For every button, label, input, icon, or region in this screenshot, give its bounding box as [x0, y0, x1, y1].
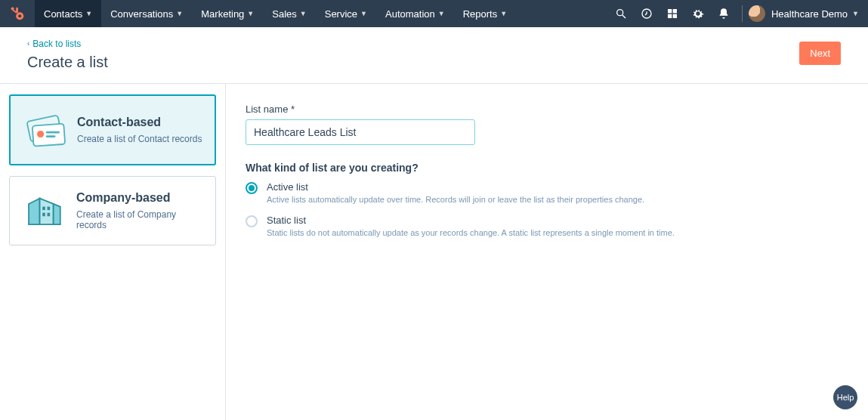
nav-label: Automation [385, 8, 435, 20]
basis-card-desc: Create a list of Contact records [77, 134, 202, 144]
marketplace-icon[interactable] [666, 8, 678, 20]
chevron-down-icon: ▼ [438, 10, 445, 17]
svg-rect-16 [46, 135, 56, 137]
subheader: ‹ Back to lists Create a list Next [0, 27, 868, 84]
nav-items: Contacts▼ Conversations▼ Marketing▼ Sale… [35, 0, 516, 27]
radio-desc: Active lists automatically update over t… [267, 195, 644, 204]
nav-service[interactable]: Service▼ [316, 0, 376, 27]
chevron-down-icon: ▼ [852, 10, 859, 17]
account-menu[interactable]: Healthcare Demo ▼ [749, 5, 859, 22]
chevron-down-icon: ▼ [85, 10, 92, 17]
radio-title: Active list [267, 181, 644, 193]
svg-rect-23 [48, 212, 51, 216]
bell-icon[interactable] [718, 8, 730, 20]
svg-rect-21 [48, 206, 51, 210]
list-name-label: List name * [246, 103, 848, 115]
svg-rect-10 [668, 14, 672, 18]
svg-rect-11 [673, 14, 677, 18]
nav-conversations[interactable]: Conversations▼ [101, 0, 192, 27]
svg-marker-18 [40, 198, 54, 224]
search-icon[interactable] [615, 8, 627, 20]
svg-line-6 [622, 15, 626, 18]
account-name: Healthcare Demo [771, 8, 848, 20]
companies-icon [22, 189, 66, 233]
radio-row-static[interactable]: Static list Static lists do not automati… [246, 215, 848, 237]
basis-card-contact[interactable]: Contact-based Create a list of Contact r… [9, 94, 216, 165]
avatar [749, 5, 765, 22]
help-button[interactable]: Help [833, 385, 857, 409]
chevron-left-icon: ‹ [27, 39, 29, 48]
basis-pane: Contact-based Create a list of Contact r… [0, 84, 226, 421]
form-pane: List name * What kind of list are you cr… [226, 84, 868, 421]
back-to-lists-link[interactable]: ‹ Back to lists [27, 39, 81, 49]
nav-label: Contacts [44, 8, 82, 20]
content: Contact-based Create a list of Contact r… [0, 84, 868, 421]
chevron-down-icon: ▼ [500, 10, 507, 17]
nav-label: Service [325, 8, 357, 20]
svg-marker-19 [54, 203, 60, 224]
nav-reports[interactable]: Reports▼ [454, 0, 516, 27]
svg-point-3 [18, 14, 21, 17]
contacts-icon [23, 108, 66, 152]
gear-icon[interactable] [692, 8, 704, 20]
svg-rect-15 [46, 131, 60, 133]
basis-card-desc: Create a list of Company records [76, 209, 203, 230]
chevron-down-icon: ▼ [360, 10, 367, 17]
hubspot-logo-icon[interactable] [9, 5, 26, 22]
back-label: Back to lists [32, 39, 81, 49]
radio-title: Static list [267, 215, 675, 226]
chevron-down-icon: ▼ [247, 10, 254, 17]
radio-row-active[interactable]: Active list Active lists automatically u… [246, 181, 848, 204]
svg-rect-22 [42, 212, 45, 216]
basis-card-title: Company-based [76, 191, 203, 205]
nav-label: Conversations [110, 8, 173, 20]
activity-icon[interactable] [641, 8, 653, 20]
svg-point-5 [617, 10, 623, 16]
svg-rect-20 [42, 206, 45, 210]
nav-automation[interactable]: Automation▼ [376, 0, 454, 27]
nav-label: Marketing [201, 8, 244, 20]
nav-sales[interactable]: Sales▼ [263, 0, 315, 27]
radio-static-list[interactable] [246, 215, 258, 227]
page-title: Create a list [27, 54, 799, 71]
top-nav: Contacts▼ Conversations▼ Marketing▼ Sale… [0, 0, 868, 27]
next-button[interactable]: Next [799, 42, 841, 65]
chevron-down-icon: ▼ [300, 10, 307, 17]
nav-marketing[interactable]: Marketing▼ [192, 0, 263, 27]
required-asterisk: * [291, 103, 295, 115]
svg-marker-17 [29, 198, 40, 224]
svg-rect-9 [673, 9, 677, 13]
nav-label: Reports [463, 8, 498, 20]
chevron-down-icon: ▼ [176, 10, 183, 17]
svg-point-14 [37, 130, 44, 137]
basis-card-title: Contact-based [77, 116, 202, 129]
svg-rect-8 [668, 9, 672, 13]
nav-divider [742, 5, 743, 22]
nav-utility-icons [615, 8, 730, 20]
radio-desc: Static lists do not automatically update… [267, 228, 675, 237]
list-name-input[interactable] [246, 119, 475, 145]
basis-card-company[interactable]: Company-based Create a list of Company r… [9, 176, 216, 246]
list-kind-heading: What kind of list are you creating? [246, 162, 848, 174]
nav-contacts[interactable]: Contacts▼ [35, 0, 101, 27]
radio-active-list[interactable] [246, 182, 258, 194]
nav-label: Sales [272, 8, 297, 20]
